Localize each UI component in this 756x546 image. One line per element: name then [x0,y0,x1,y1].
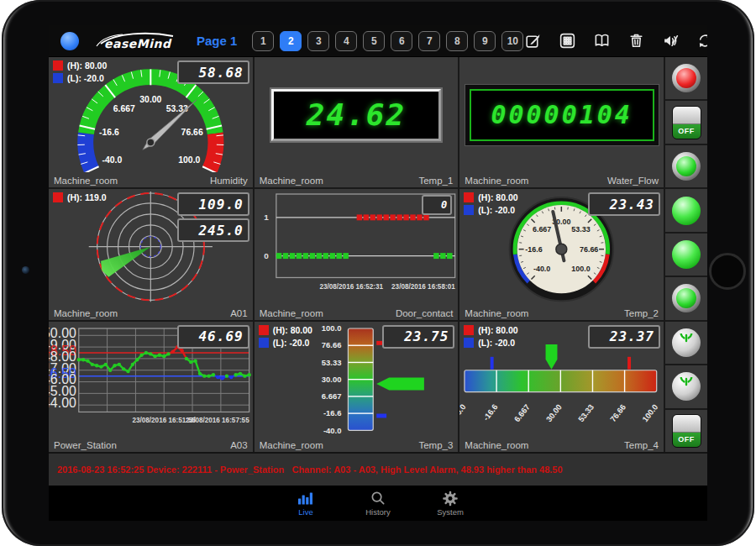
svg-text:76.66: 76.66 [321,340,341,349]
widget-temp1-lcd[interactable]: 24.62 Machine_roomTemp_1 [255,57,459,187]
widget-temp2-gauge[interactable]: (H): 80.00 (L): -20.0 23.43 -40.0-16.66.… [459,189,664,319]
camera-icon [22,266,29,274]
channel-name: Temp_2 [624,308,659,318]
svg-text:-40.0: -40.0 [533,265,550,273]
svg-text:0: 0 [264,251,269,260]
page-button-3[interactable]: 3 [307,31,329,51]
green-indicator-3[interactable] [665,145,707,189]
low-limit-label: (L): -20.0 [478,205,515,215]
high-limit-swatch [464,192,474,202]
alarm-bar[interactable]: 2016-08-23 16:52:25 Device: 222111 - Pow… [49,452,707,486]
nav-item-live[interactable]: Live [279,489,333,521]
channel-name: Temp_4 [624,440,659,450]
power-button-8[interactable] [665,365,707,409]
nav-label: System [423,507,477,517]
off-switch-2[interactable]: OFF [665,101,707,144]
trash-icon[interactable] [627,32,645,50]
mute-icon[interactable] [661,32,680,50]
temp2-value-display: 23.43 [588,192,660,216]
widget-a01-radar[interactable]: (H): 119.0 109.0 245.0 Machine_roomA01 [49,189,253,319]
device-name: Machine_room [465,176,528,186]
nav-item-history[interactable]: History [351,489,405,521]
svg-text:-16.6: -16.6 [99,128,119,137]
toolbar-icons [523,32,707,50]
off-switch-9[interactable]: OFF [665,410,707,452]
waterflow-counter-display: 00000104 [470,89,654,141]
svg-text:6.667: 6.667 [321,391,341,401]
widget-humidity-gauge[interactable]: (H): 80.00 (L): -20.0 58.68 -40.0-16.66.… [49,57,253,187]
svg-text:100.0: 100.0 [572,265,591,273]
low-limit-swatch [53,73,63,83]
power-button-7[interactable] [665,322,707,365]
tablet-frame: easeMind Page 1 12345678910 OFFOFF (H): … [2,0,754,546]
search-icon [351,489,405,507]
home-button[interactable] [709,253,746,290]
logo-text: easeMind [104,37,171,50]
refresh-icon[interactable] [696,32,707,50]
device-name: Machine_room [54,176,118,186]
power-button-icon [672,328,701,357]
svg-text:23/08/2016 16:52:31: 23/08/2016 16:52:31 [319,284,383,291]
page-button-10[interactable]: 10 [501,31,523,51]
book-icon[interactable] [592,32,611,50]
page-button-1[interactable]: 1 [252,31,274,51]
bars-icon [279,489,333,507]
device-name: Machine_room [465,440,528,450]
rocker-switch-icon: OFF [672,106,701,139]
high-limit-swatch [53,60,63,71]
channel-name: Temp_3 [418,440,453,450]
widget-waterflow-counter[interactable]: 00000104 Machine_roomWater_Flow [459,57,664,187]
svg-text:100.0: 100.0 [640,402,659,423]
toolbar: easeMind Page 1 12345678910 [49,25,707,57]
page-button-6[interactable]: 6 [391,31,412,51]
widget-temp4-hbar[interactable]: (H): 80.00 (L): -20.0 23.37 -40.0-16.66.… [459,322,664,452]
keypad-icon[interactable] [558,32,576,50]
high-limit-label: (H): 80.00 [273,325,312,335]
svg-text:-40.0: -40.0 [102,155,122,165]
temp1-lcd-display: 24.62 [271,89,441,141]
device-name: Machine_room [465,308,528,318]
low-limit-swatch [464,338,474,348]
channel-name: Water_Flow [607,176,659,186]
red-indicator-light-icon [672,64,701,92]
svg-text:53.33: 53.33 [572,226,591,234]
page-button-4[interactable]: 4 [335,31,357,51]
svg-text:-16.6: -16.6 [526,245,543,254]
nav-item-system[interactable]: System [423,489,477,521]
high-limit-label: (H): 80.00 [67,60,107,71]
a01-value-displays: 109.0 245.0 [177,192,249,242]
svg-text:6.667: 6.667 [533,226,551,234]
page-button-9[interactable]: 9 [474,31,496,51]
page-button-7[interactable]: 7 [418,31,440,51]
a01-value-display-2: 245.0 [177,218,249,242]
menu-button[interactable] [60,32,79,50]
low-limit-swatch [464,205,474,215]
limit-legend: (H): 119.0 [53,192,107,205]
green-indicator-6[interactable] [665,277,707,321]
device-name: Machine_room [260,440,323,450]
high-limit-swatch [259,325,269,335]
device-name: Machine_room [260,176,323,186]
green-led-5[interactable] [665,234,707,277]
red-indicator-1[interactable] [665,57,707,101]
alarm-text: 2016-08-23 16:52:25 Device: 222111 - Pow… [57,465,563,475]
app-screen: easeMind Page 1 12345678910 OFFOFF (H): … [49,25,707,521]
page-button-5[interactable]: 5 [363,31,385,51]
svg-text:53.33: 53.33 [576,402,596,423]
a01-value-display-1: 109.0 [177,192,249,216]
svg-text:1: 1 [264,213,269,223]
high-limit-label: (H): 119.0 [67,192,107,202]
page-button-8[interactable]: 8 [446,31,468,51]
widget-a03-trend-chart[interactable]: 46.69 50.0049.0048.5048.0047.0046.5046.0… [49,322,253,452]
channel-name: Door_contact [396,308,453,318]
svg-text:30.00: 30.00 [139,95,161,104]
green-led-icon [672,197,701,225]
edit-icon[interactable] [523,32,542,50]
page-button-2[interactable]: 2 [280,31,302,51]
green-indicator-light-icon [672,284,701,312]
widget-temp3-vbar[interactable]: (H): 80.00 (L): -20.0 23.75 -40.0-16.66.… [255,322,459,452]
svg-text:30.00: 30.00 [544,402,564,423]
widget-door-contact-chart[interactable]: 0 1023/08/2016 16:52:3123/08/2016 16:58:… [255,189,459,319]
green-led-4[interactable] [665,189,707,233]
svg-text:23/08/2016 16:57:55: 23/08/2016 16:57:55 [186,417,249,424]
